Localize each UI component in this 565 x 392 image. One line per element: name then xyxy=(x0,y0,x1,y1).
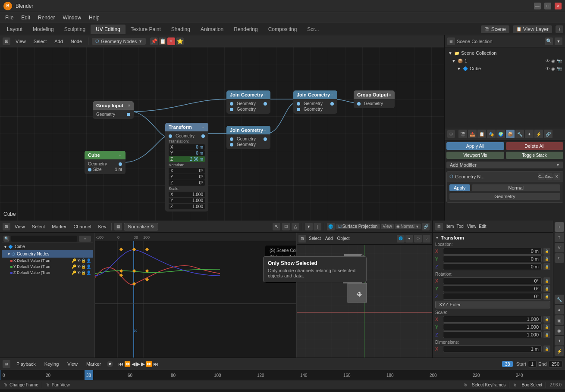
search-icon[interactable]: 🔍 xyxy=(545,37,553,45)
key-icon[interactable]: 🔑 xyxy=(72,264,76,269)
tl-menu-select[interactable]: Select xyxy=(29,223,48,230)
menu-edit[interactable]: Edit xyxy=(18,14,34,22)
filter-icon[interactable]: ▼ xyxy=(555,37,562,45)
lock-sz-icon[interactable]: 🔒 xyxy=(543,331,550,338)
ne-menu-node[interactable]: Node xyxy=(68,38,85,45)
lock-z-icon[interactable]: 🔒 xyxy=(543,263,550,270)
tab-scripting[interactable]: Scr... xyxy=(302,25,324,34)
scene-selector[interactable]: Scene xyxy=(491,26,506,32)
tab-compositing[interactable]: Compositing xyxy=(263,25,302,34)
lock-x-icon[interactable]: 🔒 xyxy=(543,248,550,255)
location-y-value[interactable]: 0 m xyxy=(443,255,542,262)
menu-window[interactable]: Window xyxy=(59,14,85,22)
keyframe-area[interactable]: -100 0 38 100 xyxy=(95,233,432,358)
close-button[interactable]: × xyxy=(555,3,562,9)
tool-tab[interactable]: Tool xyxy=(456,224,464,229)
channel-geonodes-item[interactable]: ▼ ⬡ Geometry Nodes xyxy=(2,250,93,258)
eye-icon[interactable]: 👁 xyxy=(546,59,550,63)
item-tab[interactable]: Item xyxy=(446,224,454,229)
vp-material-icon[interactable]: ○ xyxy=(423,235,430,243)
socket-dot-input[interactable] xyxy=(88,168,91,171)
node-join-geometry-1[interactable]: Join Geometry ↔ Geometry Geometry xyxy=(226,90,270,114)
socket-dot-output[interactable] xyxy=(127,113,130,116)
edit-prop-tab[interactable]: E xyxy=(555,253,564,263)
props-type-icon[interactable]: ⊞ xyxy=(435,223,443,230)
apply-all-button[interactable]: Apply All xyxy=(446,142,504,150)
modifier-header[interactable]: ⬡ Geometry N... C... Ge... × xyxy=(447,171,563,182)
surface-proj-toggle[interactable]: ☑ Surface Projection xyxy=(336,224,380,229)
lock-rz-icon[interactable]: 🔒 xyxy=(543,293,550,300)
cursor-icon[interactable]: ↖ xyxy=(273,223,280,230)
tl-menu-channel[interactable]: Channel xyxy=(71,223,94,230)
prev-key-button[interactable]: ◀ xyxy=(132,361,135,367)
socket-dot-output[interactable] xyxy=(201,134,205,138)
viewport-icon[interactable]: ◉ xyxy=(551,59,555,63)
geometry-label[interactable]: Geometry xyxy=(449,193,560,200)
socket-dot-input[interactable] xyxy=(169,134,172,138)
keying-label[interactable]: Keying xyxy=(42,361,62,367)
lock-icon[interactable]: 🔒 xyxy=(81,264,86,269)
tl-menu-marker[interactable]: Marker xyxy=(49,223,69,230)
record-dot[interactable]: ⏺ xyxy=(107,361,113,367)
node-join-geometry-2[interactable]: Join Geometry ↔ Geometry Geometry xyxy=(226,126,270,149)
add-workspace-button[interactable]: + xyxy=(556,25,563,33)
lock-rx-icon[interactable]: 🔒 xyxy=(543,277,550,284)
lock-sx-icon[interactable]: 🔒 xyxy=(543,316,550,323)
mat-icon[interactable]: ◉ xyxy=(555,326,564,335)
menu-render[interactable]: Render xyxy=(35,14,58,22)
location-z-value[interactable]: 0 m xyxy=(443,263,542,270)
ne-menu-add[interactable]: Add xyxy=(52,38,66,45)
lock-icon[interactable]: 🔒 xyxy=(81,271,86,275)
output-prop-icon[interactable]: 📤 xyxy=(468,130,477,138)
socket-dot-input[interactable] xyxy=(230,108,233,111)
vp-object[interactable]: Object xyxy=(336,236,352,241)
socket-dot-input[interactable] xyxy=(357,102,361,106)
socket-dot-output[interactable] xyxy=(119,162,122,166)
cam-icon[interactable]: C... xyxy=(538,173,545,180)
scene-prop-icon[interactable]: 🎭 xyxy=(487,130,496,138)
node-join-geometry-3[interactable]: Join Geometry ↔ Geometry Geometry xyxy=(293,90,337,114)
socket-dot-output[interactable] xyxy=(330,102,334,106)
socket-dot-output[interactable] xyxy=(264,137,267,141)
lock-dx-icon[interactable]: 🔒 xyxy=(543,345,550,352)
node-transform[interactable]: Transform ↔ Geometry Translation: X0 m Y… xyxy=(165,123,208,212)
viewport-mini[interactable]: ⊞ Select Add Object 🌐 ● ◌ ○ xyxy=(296,233,432,358)
summary-icon[interactable]: ▦ xyxy=(114,223,122,230)
world-prop-icon[interactable]: 🌍 xyxy=(496,130,505,138)
location-x-value[interactable]: 0 m xyxy=(443,248,542,255)
rotation-mode-select[interactable]: XYZ Euler xyxy=(435,301,550,308)
next-frame-button[interactable]: ⏩ xyxy=(146,361,152,367)
outliner-collection-item[interactable]: ▼ 📁 Scene Collection xyxy=(445,49,565,57)
socket-dot-input[interactable] xyxy=(297,108,300,111)
channel-filter-icon[interactable]: ↔ xyxy=(79,236,91,242)
next-key-button[interactable]: ▶ xyxy=(141,361,145,367)
mute-icon[interactable]: 👁 xyxy=(77,264,81,269)
outliner-type-icon[interactable]: ⊞ xyxy=(447,37,455,45)
vp-render-icon[interactable]: 🌐 xyxy=(397,235,405,243)
user-icon[interactable]: 👤 xyxy=(86,264,91,269)
view-layer-prop-icon[interactable]: 📋 xyxy=(477,130,486,138)
vp-select[interactable]: Select xyxy=(307,236,323,241)
cube-icon[interactable]: ▣ xyxy=(555,315,564,325)
pin-icon[interactable]: 📌 xyxy=(150,37,158,45)
tab-animation[interactable]: Animation xyxy=(195,25,229,34)
start-frame-input[interactable]: 1 xyxy=(528,361,537,367)
physics-prop-icon[interactable]: ⚡ xyxy=(534,130,543,138)
mute-icon[interactable]: 👁 xyxy=(77,271,81,275)
rotation-x-value[interactable]: 0° xyxy=(443,277,542,284)
jump-start-button[interactable]: ⏮ xyxy=(118,361,123,367)
maximize-button[interactable]: □ xyxy=(544,3,551,9)
tab-layout[interactable]: Layout xyxy=(2,25,28,34)
add-modifier-button[interactable]: Add Modifier ▼ xyxy=(446,162,563,168)
normal-label[interactable]: Normal xyxy=(472,184,560,191)
minimize-button[interactable]: — xyxy=(534,3,541,9)
node-editor[interactable]: ⊞ View Select Add Node ⬡ Geometry Nodes … xyxy=(0,35,444,221)
lock-ry-icon[interactable]: 🔒 xyxy=(543,285,550,292)
tl-menu-key[interactable]: Key xyxy=(95,223,109,230)
menu-help[interactable]: Help xyxy=(85,14,103,22)
mute-icon[interactable]: 👁 xyxy=(77,258,81,263)
tab-uv-editing[interactable]: UV Editing xyxy=(91,25,126,34)
view-3d-icon[interactable]: 🌐 xyxy=(327,223,335,230)
tl-menu-view[interactable]: View xyxy=(12,223,28,230)
prop-type-icon[interactable]: ⊞ xyxy=(447,130,455,138)
